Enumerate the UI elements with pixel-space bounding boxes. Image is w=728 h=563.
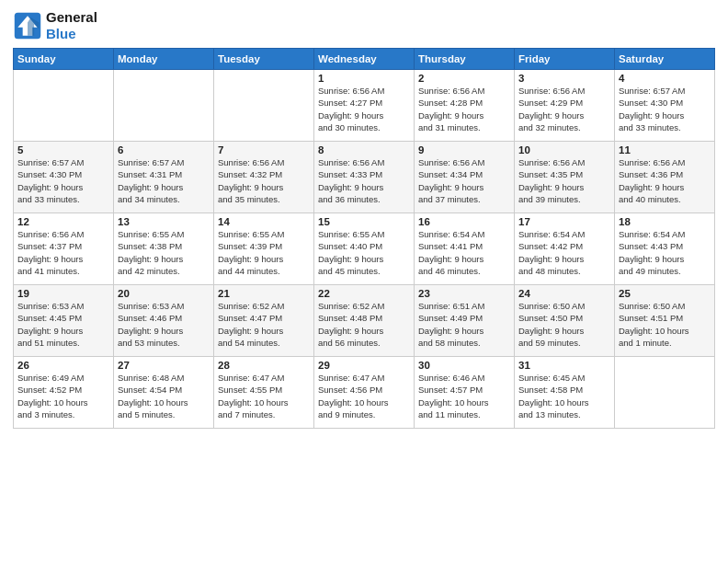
day-cell-29: 29Sunrise: 6:47 AM Sunset: 4:56 PM Dayli… — [314, 357, 415, 429]
weekday-header-sunday: Sunday — [14, 49, 114, 70]
day-cell-2: 2Sunrise: 6:56 AM Sunset: 4:28 PM Daylig… — [415, 70, 515, 142]
day-cell-31: 31Sunrise: 6:45 AM Sunset: 4:58 PM Dayli… — [515, 357, 615, 429]
day-cell-3: 3Sunrise: 6:56 AM Sunset: 4:29 PM Daylig… — [515, 70, 615, 142]
day-info: Sunrise: 6:51 AM Sunset: 4:49 PM Dayligh… — [418, 300, 510, 349]
day-cell-30: 30Sunrise: 6:46 AM Sunset: 4:57 PM Dayli… — [415, 357, 515, 429]
logo: General Blue — [13, 9, 97, 42]
day-number: 22 — [318, 288, 410, 299]
day-info: Sunrise: 6:47 AM Sunset: 4:55 PM Dayligh… — [218, 372, 310, 420]
day-cell-27: 27Sunrise: 6:48 AM Sunset: 4:54 PM Dayli… — [114, 357, 214, 429]
empty-cell — [615, 357, 715, 429]
day-cell-21: 21Sunrise: 6:52 AM Sunset: 4:47 PM Dayli… — [214, 285, 314, 357]
day-info: Sunrise: 6:48 AM Sunset: 4:54 PM Dayligh… — [118, 372, 210, 420]
day-number: 31 — [518, 360, 610, 371]
weekday-header-monday: Monday — [114, 49, 214, 70]
day-number: 19 — [17, 288, 109, 299]
weekday-header-saturday: Saturday — [615, 49, 715, 70]
day-info: Sunrise: 6:56 AM Sunset: 4:37 PM Dayligh… — [17, 228, 109, 277]
day-number: 1 — [318, 73, 410, 84]
day-number: 24 — [518, 288, 610, 299]
day-info: Sunrise: 6:45 AM Sunset: 4:58 PM Dayligh… — [518, 372, 610, 420]
day-info: Sunrise: 6:53 AM Sunset: 4:45 PM Dayligh… — [17, 300, 109, 349]
day-number: 25 — [619, 288, 711, 299]
day-info: Sunrise: 6:56 AM Sunset: 4:33 PM Dayligh… — [318, 156, 410, 205]
day-cell-1: 1Sunrise: 6:56 AM Sunset: 4:27 PM Daylig… — [314, 70, 415, 142]
day-cell-17: 17Sunrise: 6:54 AM Sunset: 4:42 PM Dayli… — [515, 213, 615, 285]
day-number: 4 — [619, 73, 711, 84]
day-number: 18 — [619, 216, 711, 227]
day-info: Sunrise: 6:56 AM Sunset: 4:28 PM Dayligh… — [418, 85, 510, 133]
day-number: 29 — [318, 360, 410, 371]
day-info: Sunrise: 6:54 AM Sunset: 4:42 PM Dayligh… — [518, 228, 610, 277]
day-number: 2 — [418, 73, 510, 84]
day-info: Sunrise: 6:56 AM Sunset: 4:34 PM Dayligh… — [418, 156, 510, 205]
day-number: 27 — [118, 360, 210, 371]
day-info: Sunrise: 6:50 AM Sunset: 4:51 PM Dayligh… — [619, 300, 711, 349]
day-number: 8 — [318, 144, 410, 155]
week-row-2: 5Sunrise: 6:57 AM Sunset: 4:30 PM Daylig… — [14, 142, 715, 213]
day-info: Sunrise: 6:52 AM Sunset: 4:48 PM Dayligh… — [318, 300, 410, 349]
day-info: Sunrise: 6:47 AM Sunset: 4:56 PM Dayligh… — [318, 372, 410, 420]
day-number: 11 — [619, 144, 711, 155]
day-info: Sunrise: 6:46 AM Sunset: 4:57 PM Dayligh… — [418, 372, 510, 420]
week-row-5: 26Sunrise: 6:49 AM Sunset: 4:52 PM Dayli… — [14, 357, 715, 429]
day-info: Sunrise: 6:57 AM Sunset: 4:30 PM Dayligh… — [619, 85, 711, 133]
week-row-4: 19Sunrise: 6:53 AM Sunset: 4:45 PM Dayli… — [14, 285, 715, 357]
week-row-1: 1Sunrise: 6:56 AM Sunset: 4:27 PM Daylig… — [14, 70, 715, 142]
day-info: Sunrise: 6:56 AM Sunset: 4:35 PM Dayligh… — [518, 156, 610, 205]
day-number: 5 — [17, 144, 109, 155]
weekday-header-wednesday: Wednesday — [314, 49, 415, 70]
logo-general: General — [46, 9, 97, 25]
day-number: 12 — [17, 216, 109, 227]
day-info: Sunrise: 6:55 AM Sunset: 4:39 PM Dayligh… — [218, 228, 310, 277]
day-cell-20: 20Sunrise: 6:53 AM Sunset: 4:46 PM Dayli… — [114, 285, 214, 357]
weekday-header-tuesday: Tuesday — [214, 49, 314, 70]
day-info: Sunrise: 6:56 AM Sunset: 4:36 PM Dayligh… — [619, 156, 711, 205]
header: General Blue — [13, 9, 715, 42]
day-info: Sunrise: 6:49 AM Sunset: 4:52 PM Dayligh… — [17, 372, 109, 420]
day-cell-28: 28Sunrise: 6:47 AM Sunset: 4:55 PM Dayli… — [214, 357, 314, 429]
day-info: Sunrise: 6:57 AM Sunset: 4:31 PM Dayligh… — [118, 156, 210, 205]
day-info: Sunrise: 6:53 AM Sunset: 4:46 PM Dayligh… — [118, 300, 210, 349]
empty-cell — [114, 70, 214, 142]
week-row-3: 12Sunrise: 6:56 AM Sunset: 4:37 PM Dayli… — [14, 213, 715, 285]
page: General Blue SundayMondayTuesdayWednesda… — [0, 0, 728, 563]
day-number: 26 — [17, 360, 109, 371]
day-cell-15: 15Sunrise: 6:55 AM Sunset: 4:40 PM Dayli… — [314, 213, 415, 285]
day-cell-7: 7Sunrise: 6:56 AM Sunset: 4:32 PM Daylig… — [214, 142, 314, 213]
day-cell-23: 23Sunrise: 6:51 AM Sunset: 4:49 PM Dayli… — [415, 285, 515, 357]
empty-cell — [214, 70, 314, 142]
day-cell-9: 9Sunrise: 6:56 AM Sunset: 4:34 PM Daylig… — [415, 142, 515, 213]
day-cell-12: 12Sunrise: 6:56 AM Sunset: 4:37 PM Dayli… — [14, 213, 114, 285]
day-cell-4: 4Sunrise: 6:57 AM Sunset: 4:30 PM Daylig… — [615, 70, 715, 142]
day-cell-25: 25Sunrise: 6:50 AM Sunset: 4:51 PM Dayli… — [615, 285, 715, 357]
day-cell-26: 26Sunrise: 6:49 AM Sunset: 4:52 PM Dayli… — [14, 357, 114, 429]
logo-icon — [13, 11, 42, 40]
day-info: Sunrise: 6:52 AM Sunset: 4:47 PM Dayligh… — [218, 300, 310, 349]
day-number: 20 — [118, 288, 210, 299]
day-number: 23 — [418, 288, 510, 299]
weekday-header-friday: Friday — [515, 49, 615, 70]
day-info: Sunrise: 6:56 AM Sunset: 4:27 PM Dayligh… — [318, 85, 410, 133]
day-info: Sunrise: 6:57 AM Sunset: 4:30 PM Dayligh… — [17, 156, 109, 205]
day-info: Sunrise: 6:55 AM Sunset: 4:40 PM Dayligh… — [318, 228, 410, 277]
calendar: SundayMondayTuesdayWednesdayThursdayFrid… — [13, 48, 715, 429]
day-cell-16: 16Sunrise: 6:54 AM Sunset: 4:41 PM Dayli… — [415, 213, 515, 285]
day-number: 17 — [518, 216, 610, 227]
day-number: 21 — [218, 288, 310, 299]
day-cell-18: 18Sunrise: 6:54 AM Sunset: 4:43 PM Dayli… — [615, 213, 715, 285]
day-number: 30 — [418, 360, 510, 371]
day-info: Sunrise: 6:50 AM Sunset: 4:50 PM Dayligh… — [518, 300, 610, 349]
logo-text: General Blue — [46, 9, 97, 42]
day-cell-19: 19Sunrise: 6:53 AM Sunset: 4:45 PM Dayli… — [14, 285, 114, 357]
day-number: 9 — [418, 144, 510, 155]
day-number: 6 — [118, 144, 210, 155]
day-info: Sunrise: 6:54 AM Sunset: 4:41 PM Dayligh… — [418, 228, 510, 277]
day-number: 13 — [118, 216, 210, 227]
day-info: Sunrise: 6:56 AM Sunset: 4:32 PM Dayligh… — [218, 156, 310, 205]
day-cell-6: 6Sunrise: 6:57 AM Sunset: 4:31 PM Daylig… — [114, 142, 214, 213]
weekday-header-row: SundayMondayTuesdayWednesdayThursdayFrid… — [14, 49, 715, 70]
day-number: 28 — [218, 360, 310, 371]
day-cell-24: 24Sunrise: 6:50 AM Sunset: 4:50 PM Dayli… — [515, 285, 615, 357]
day-number: 14 — [218, 216, 310, 227]
